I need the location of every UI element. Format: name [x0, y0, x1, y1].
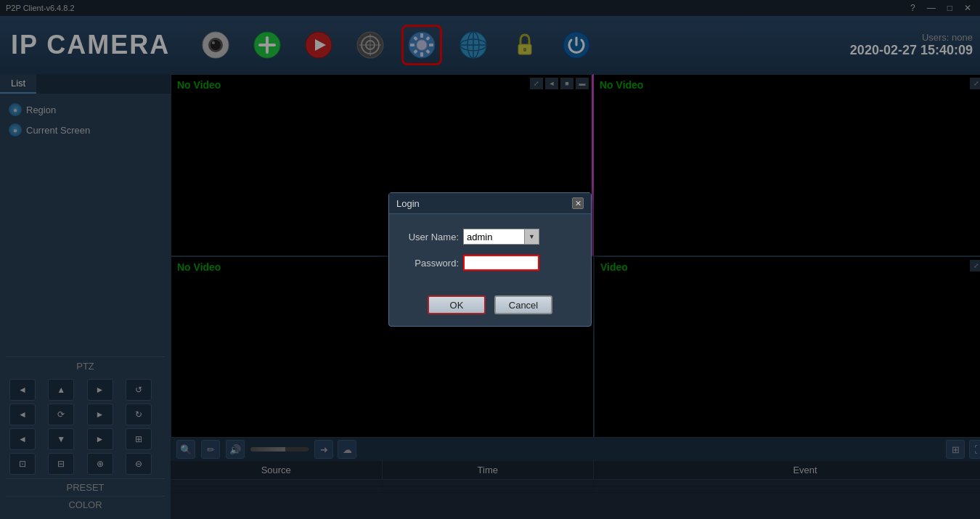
- username-input[interactable]: [463, 229, 525, 245]
- dialog-overlay: Login ✕ User Name: ▼ Password: OK Cancel: [0, 0, 980, 519]
- username-label: User Name:: [401, 232, 459, 242]
- cancel-button[interactable]: Cancel: [494, 295, 552, 314]
- password-row: Password:: [401, 255, 579, 271]
- password-input[interactable]: [463, 255, 539, 271]
- username-row: User Name: ▼: [401, 229, 579, 245]
- dialog-close-button[interactable]: ✕: [572, 197, 584, 209]
- login-dialog: Login ✕ User Name: ▼ Password: OK Cancel: [388, 192, 592, 327]
- username-field-group: ▼: [463, 229, 539, 245]
- dialog-buttons: OK Cancel: [389, 295, 591, 326]
- username-dropdown[interactable]: ▼: [525, 229, 539, 245]
- ok-button[interactable]: OK: [428, 295, 486, 314]
- dialog-titlebar: Login ✕: [389, 193, 591, 214]
- password-label: Password:: [401, 258, 459, 269]
- dialog-body: User Name: ▼ Password:: [389, 214, 591, 295]
- dialog-title: Login: [396, 198, 420, 209]
